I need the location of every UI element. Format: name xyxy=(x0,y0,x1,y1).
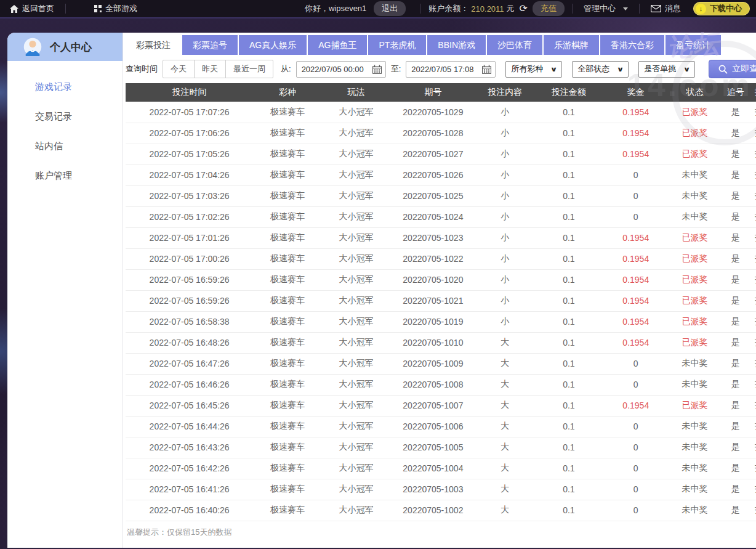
messages-button[interactable]: 消息 xyxy=(647,3,685,14)
print-action[interactable]: 打印 xyxy=(750,353,756,374)
from-date-input[interactable]: 2022/07/05 00:00 xyxy=(296,61,386,78)
bet-time: 2022-07-05 17:06:26 xyxy=(126,123,253,144)
bet-time: 2022-07-05 17:03:26 xyxy=(126,185,253,206)
calendar-icon[interactable] xyxy=(372,65,382,74)
status: 已派奖 xyxy=(669,311,721,332)
issue-number: 20220705-1006 xyxy=(390,416,475,437)
tab-PT老虎机[interactable]: PT老虎机 xyxy=(368,35,426,55)
tab-香港六合彩[interactable]: 香港六合彩 xyxy=(600,35,664,55)
status: 已派奖 xyxy=(669,227,721,248)
print-action[interactable]: 打印 xyxy=(750,144,756,165)
sidebar-item-账户管理[interactable]: 账户管理 xyxy=(7,161,123,190)
print-action[interactable]: 打印 xyxy=(750,102,756,123)
refresh-icon[interactable]: ⟳ xyxy=(520,4,528,14)
print-action[interactable]: 打印 xyxy=(750,123,756,144)
prize: 0.1954 xyxy=(603,311,669,332)
print-action[interactable]: 打印 xyxy=(750,437,756,458)
lottery-type: 极速赛车 xyxy=(253,102,322,123)
tab-沙巴体育[interactable]: 沙巴体育 xyxy=(487,35,542,55)
messages-label: 消息 xyxy=(665,3,681,14)
table-row: 2022-07-05 16:45:26极速赛车大小冠军20220705-1007… xyxy=(126,395,756,416)
chase: 是 xyxy=(721,248,750,269)
print-action[interactable]: 打印 xyxy=(750,416,756,437)
table-row: 2022-07-05 17:05:26极速赛车大小冠军20220705-1027… xyxy=(126,144,756,165)
status: 已派奖 xyxy=(669,332,721,353)
tab-BBIN游戏[interactable]: BBIN游戏 xyxy=(427,35,486,55)
chase: 是 xyxy=(721,290,750,311)
play-type: 大小冠军 xyxy=(322,123,391,144)
status: 已派奖 xyxy=(669,248,721,269)
all-games-button[interactable]: 全部游戏 xyxy=(90,3,141,14)
bet-time: 2022-07-05 17:00:26 xyxy=(126,248,253,269)
issue-number: 20220705-1005 xyxy=(390,437,475,458)
quick-range-今天[interactable]: 今天 xyxy=(163,60,195,78)
admin-center-menu[interactable]: 管理中心 xyxy=(580,3,632,14)
print-action[interactable]: 打印 xyxy=(750,479,756,500)
bet-amount: 0.1 xyxy=(534,353,603,374)
bet-amount: 0.1 xyxy=(534,437,603,458)
chase: 是 xyxy=(721,458,750,479)
bet-amount: 0.1 xyxy=(534,185,603,206)
print-action[interactable]: 打印 xyxy=(750,206,756,227)
chevron-down-icon: ∨ xyxy=(617,65,624,73)
recharge-button[interactable]: 充值 xyxy=(533,1,565,16)
select-所有彩种[interactable]: 所有彩种∨ xyxy=(505,61,562,78)
tab-AG捕鱼王[interactable]: AG捕鱼王 xyxy=(308,35,367,55)
table-row: 2022-07-05 16:44:26极速赛车大小冠军20220705-1006… xyxy=(126,416,756,437)
divider xyxy=(572,4,573,14)
print-action[interactable]: 打印 xyxy=(750,227,756,248)
print-action[interactable]: 打印 xyxy=(750,269,756,290)
prize: 0.1954 xyxy=(603,102,669,123)
bet-amount: 0.1 xyxy=(534,311,603,332)
tab-彩票追号[interactable]: 彩票追号 xyxy=(182,35,238,55)
print-action[interactable]: 打印 xyxy=(750,374,756,395)
print-action[interactable]: 打印 xyxy=(750,332,756,353)
bet-amount: 0.1 xyxy=(534,165,603,185)
chase: 是 xyxy=(721,311,750,332)
select-是否单挑[interactable]: 是否单挑∨ xyxy=(638,61,695,78)
lottery-type: 极速赛车 xyxy=(253,269,322,290)
tab-盈亏统计[interactable]: 盈亏统计 xyxy=(666,35,721,55)
calendar-icon[interactable] xyxy=(482,65,491,74)
column-header-期号: 期号 xyxy=(390,83,475,102)
sidebar-item-交易记录[interactable]: 交易记录 xyxy=(7,102,123,131)
tab-彩票投注[interactable]: 彩票投注 xyxy=(126,35,181,55)
print-action[interactable]: 打印 xyxy=(750,395,756,416)
status: 未中奖 xyxy=(669,374,721,395)
logout-button[interactable]: 退出 xyxy=(374,1,406,16)
search-icon xyxy=(718,65,728,74)
divider xyxy=(420,4,421,14)
issue-number: 20220705-1020 xyxy=(390,269,475,290)
home-button[interactable]: 返回首页 xyxy=(6,3,58,14)
print-action[interactable]: 打印 xyxy=(750,248,756,269)
divider xyxy=(65,4,66,14)
print-action[interactable]: 打印 xyxy=(750,290,756,311)
print-action[interactable]: 打印 xyxy=(750,165,756,185)
lottery-type: 极速赛车 xyxy=(253,332,322,353)
to-label: 至: xyxy=(391,63,401,75)
bet-time: 2022-07-05 17:04:26 xyxy=(126,165,253,185)
bet-amount: 0.1 xyxy=(534,500,603,521)
admin-center-label: 管理中心 xyxy=(584,3,616,14)
sidebar-item-站内信[interactable]: 站内信 xyxy=(7,131,123,161)
download-center-button[interactable]: ↓ 下载中心 xyxy=(693,2,750,15)
play-type: 大小冠军 xyxy=(322,269,391,290)
to-date-input[interactable]: 2022/07/05 17:08 xyxy=(406,61,496,78)
print-action[interactable]: 打印 xyxy=(750,500,756,521)
print-action[interactable]: 打印 xyxy=(750,185,756,206)
status: 未中奖 xyxy=(669,165,721,185)
search-button[interactable]: 立即查询 xyxy=(709,60,756,78)
quick-range-最近一周[interactable]: 最近一周 xyxy=(225,60,273,78)
bet-time: 2022-07-05 16:47:26 xyxy=(126,353,253,374)
print-action[interactable]: 打印 xyxy=(750,311,756,332)
quick-range-昨天[interactable]: 昨天 xyxy=(194,60,226,78)
select-全部状态[interactable]: 全部状态∨ xyxy=(572,61,629,78)
tab-AG真人娱乐[interactable]: AG真人娱乐 xyxy=(239,35,307,55)
print-action[interactable]: 打印 xyxy=(750,458,756,479)
bet-amount: 0.1 xyxy=(534,479,603,500)
sidebar-item-游戏记录[interactable]: 游戏记录 xyxy=(7,72,123,102)
column-header-投注时间: 投注时间 xyxy=(126,83,253,102)
status: 已派奖 xyxy=(669,290,721,311)
tab-乐游棋牌[interactable]: 乐游棋牌 xyxy=(544,35,599,55)
table-body: 2022-07-05 17:07:26极速赛车大小冠军20220705-1029… xyxy=(126,102,756,521)
